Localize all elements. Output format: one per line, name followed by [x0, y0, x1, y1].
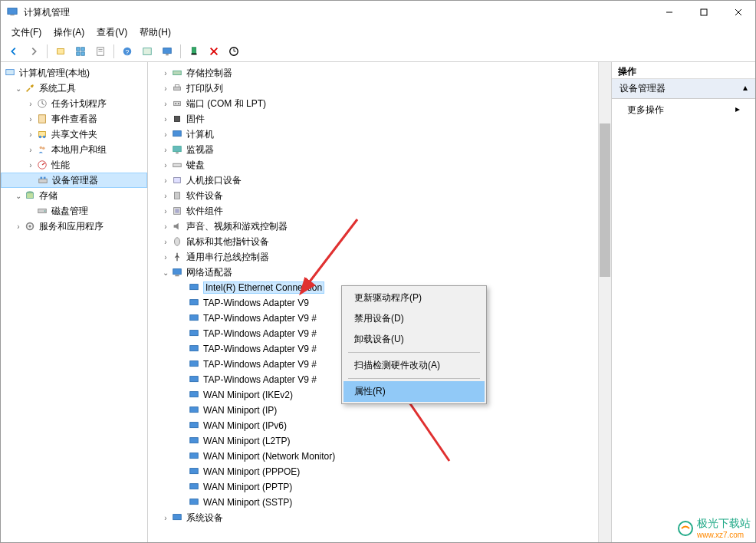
- maximize-button[interactable]: [686, 1, 721, 24]
- net-wan-netmon[interactable]: WAN Miniport (Network Monitor): [160, 449, 598, 464]
- ctx-scan-hardware[interactable]: 扫描检测硬件改动(A): [343, 355, 485, 376]
- svg-rect-17: [163, 48, 172, 53]
- ctx-uninstall-device[interactable]: 卸载设备(U): [343, 329, 485, 350]
- dev-ports[interactable]: ›端口 (COM 和 LPT): [160, 96, 598, 111]
- dev-keyboards[interactable]: ›键盘: [160, 157, 598, 173]
- menu-action[interactable]: 操作(A): [48, 24, 90, 41]
- tree-device-manager[interactable]: 设备管理器: [1, 173, 147, 188]
- dev-storage-controllers[interactable]: ›存储控制器: [160, 65, 598, 81]
- net-wan-ip[interactable]: WAN Miniport (IP): [160, 403, 598, 418]
- properties-button[interactable]: [92, 43, 109, 60]
- net-wan-ipv6[interactable]: WAN Miniport (IPv6): [160, 418, 598, 433]
- view-button[interactable]: [72, 43, 89, 60]
- back-button[interactable]: [5, 43, 22, 60]
- menu-file[interactable]: 文件(F): [5, 24, 48, 41]
- dev-firmware[interactable]: ›固件: [160, 111, 598, 127]
- tree-task-scheduler[interactable]: › 任务计划程序: [1, 96, 147, 111]
- device-manager-label: 设备管理器: [52, 174, 98, 187]
- expand-icon[interactable]: ›: [25, 146, 36, 154]
- toolbar-icon-1[interactable]: [139, 43, 156, 60]
- svg-rect-18: [166, 54, 169, 55]
- svg-rect-48: [175, 117, 180, 122]
- dev-software-components[interactable]: ›软件组件: [160, 203, 598, 219]
- more-actions[interactable]: 更多操作 ▸: [612, 99, 755, 121]
- adapter-icon: [188, 435, 200, 447]
- keyboard-icon: [171, 159, 183, 171]
- dev-system-devices[interactable]: ›系统设备: [160, 510, 598, 525]
- chip-icon: [171, 113, 183, 125]
- svg-point-78: [679, 522, 692, 535]
- close-button[interactable]: [721, 1, 755, 24]
- minimize-button[interactable]: [652, 1, 686, 24]
- svg-rect-3: [701, 9, 707, 15]
- uninstall-button[interactable]: [205, 43, 222, 60]
- perf-icon: [36, 159, 48, 171]
- tree-shared-folders[interactable]: › 共享文件夹: [1, 127, 147, 142]
- svg-rect-45: [174, 101, 181, 105]
- ctx-disable-device[interactable]: 禁用设备(D): [343, 308, 485, 329]
- scrollbar-thumb[interactable]: [600, 123, 610, 277]
- toolbar-monitor-icon[interactable]: [159, 43, 176, 60]
- collapse-icon[interactable]: ⌄: [160, 268, 171, 277]
- collapse-icon[interactable]: ⌄: [13, 84, 24, 93]
- tree-root[interactable]: 计算机管理(本地): [1, 65, 147, 81]
- ctx-update-driver[interactable]: 更新驱动程序(P): [343, 288, 485, 308]
- net-wan-pppoe[interactable]: WAN Miniport (PPPOE): [160, 464, 598, 479]
- dev-network-adapters[interactable]: ⌄网络适配器: [160, 265, 598, 280]
- up-button[interactable]: [52, 43, 69, 60]
- expand-icon[interactable]: ›: [25, 115, 36, 123]
- computer-mgmt-icon: [4, 67, 16, 79]
- dev-audio[interactable]: ›声音、视频和游戏控制器: [160, 219, 598, 234]
- menu-view[interactable]: 查看(V): [90, 24, 133, 41]
- dev-computer[interactable]: ›计算机: [160, 127, 598, 142]
- svg-rect-71: [190, 453, 199, 459]
- svg-rect-73: [190, 484, 199, 489]
- svg-rect-70: [190, 438, 199, 443]
- vertical-scrollbar[interactable]: [598, 62, 611, 543]
- dev-software-devices[interactable]: ›软件设备: [160, 188, 598, 203]
- enable-button[interactable]: [186, 43, 202, 60]
- help-button[interactable]: ?: [119, 43, 136, 60]
- ctx-properties[interactable]: 属性(R): [343, 381, 485, 402]
- svg-point-24: [31, 85, 34, 88]
- dev-mouse[interactable]: ›鼠标和其他指针设备: [160, 234, 598, 249]
- tree-system-tools[interactable]: ⌄ 系统工具: [1, 81, 147, 96]
- tree-event-viewer[interactable]: › 事件查看器: [1, 111, 147, 127]
- scan-button[interactable]: [225, 43, 242, 60]
- dev-usb[interactable]: ›通用串行总线控制器: [160, 249, 598, 265]
- tree-services[interactable]: › 服务和应用程序: [1, 219, 147, 234]
- adapter-icon: [188, 466, 200, 478]
- net-wan-sstp[interactable]: WAN Miniport (SSTP): [160, 495, 598, 510]
- tree-storage[interactable]: ⌄ 存储: [1, 188, 147, 203]
- net-wan-l2tp[interactable]: WAN Miniport (L2TP): [160, 433, 598, 449]
- dev-hid[interactable]: ›人机接口设备: [160, 173, 598, 188]
- svg-point-31: [42, 147, 45, 150]
- svg-rect-66: [190, 377, 199, 382]
- dev-print-queues[interactable]: ›打印队列: [160, 81, 598, 96]
- tree-local-users[interactable]: › 本地用户和组: [1, 142, 147, 157]
- dev-monitors[interactable]: ›监视器: [160, 142, 598, 157]
- svg-rect-1: [10, 15, 14, 15]
- collapse-icon[interactable]: ⌄: [13, 192, 24, 200]
- svg-rect-56: [175, 209, 179, 212]
- forward-button[interactable]: [25, 43, 42, 60]
- svg-text:?: ?: [126, 48, 130, 55]
- expand-icon[interactable]: ›: [25, 130, 36, 139]
- menu-help[interactable]: 帮助(H): [133, 24, 177, 41]
- svg-rect-53: [174, 178, 181, 183]
- expand-icon[interactable]: ›: [25, 161, 36, 169]
- expand-icon[interactable]: ›: [25, 100, 36, 108]
- expand-icon[interactable]: ›: [13, 222, 24, 231]
- tree-disk-mgmt[interactable]: 磁盘管理: [1, 203, 147, 219]
- svg-point-41: [28, 225, 31, 228]
- svg-rect-16: [143, 48, 152, 54]
- tree-performance[interactable]: › 性能: [1, 157, 147, 173]
- svg-rect-49: [173, 131, 182, 137]
- context-menu: 更新驱动程序(P) 禁用设备(D) 卸载设备(U) 扫描检测硬件改动(A) 属性…: [341, 285, 487, 404]
- actions-section[interactable]: 设备管理器 ▴: [612, 79, 755, 99]
- storage-label: 存储: [39, 189, 58, 202]
- title-bar: 计算机管理: [1, 1, 755, 24]
- users-icon: [36, 143, 48, 156]
- adapter-icon: [188, 358, 200, 370]
- net-wan-pptp[interactable]: WAN Miniport (PPTP): [160, 479, 598, 495]
